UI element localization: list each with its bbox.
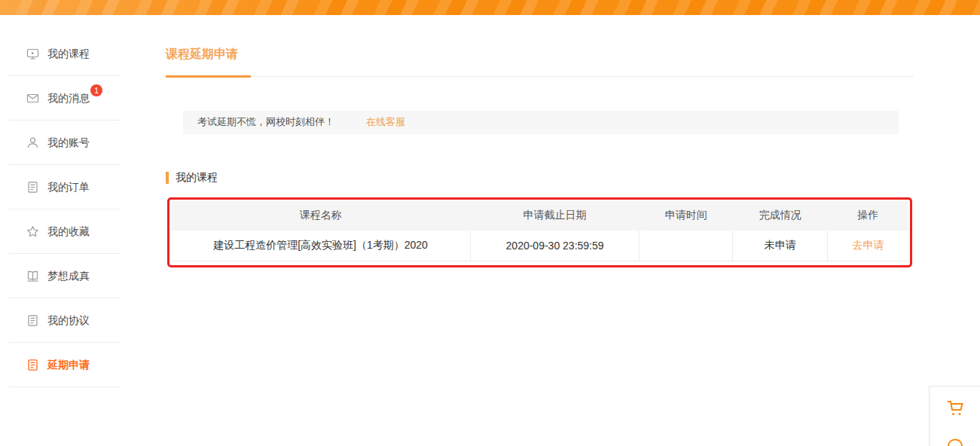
table-header-row: 课程名称 申请截止日期 申请时间 完成情况 操作 (171, 201, 908, 231)
sidebar-item-label: 梦想成真 (47, 270, 90, 281)
customer-service-button[interactable] (944, 435, 966, 446)
sidebar-item-dream-come-true[interactable]: 梦想成真 (9, 254, 121, 298)
agreement-document-icon (26, 314, 39, 327)
go-apply-link[interactable]: 去申请 (852, 239, 884, 251)
section-title: 我的课程 (176, 171, 218, 185)
table-row: 建设工程造价管理[高效实验班]（1考期）2020 2020-09-30 23:5… (171, 231, 908, 261)
page-title: 课程延期申请 (166, 47, 914, 61)
sidebar-item-my-account[interactable]: 我的账号 (9, 121, 121, 165)
sidebar-item-label: 我的账号 (47, 137, 90, 148)
notice-text: 考试延期不慌，网校时刻相伴！ (197, 115, 334, 129)
sidebar-item-my-favorites[interactable]: 我的收藏 (9, 209, 121, 254)
sidebar-item-label: 我的订单 (47, 182, 90, 192)
sidebar-item-my-orders[interactable]: 我的订单 (9, 165, 121, 209)
column-header-action: 操作 (827, 201, 908, 231)
sidebar-item-label: 我的课程 (47, 48, 90, 59)
column-header-deadline: 申请截止日期 (470, 201, 639, 231)
cell-status: 未申请 (733, 231, 827, 261)
dream-open-book-icon (26, 270, 39, 283)
column-header-apply-time: 申请时间 (640, 201, 733, 231)
shopping-cart-button[interactable] (944, 397, 966, 420)
sidebar-item-extension-application[interactable]: 延期申请 (9, 343, 121, 387)
sidebar-item-my-courses[interactable]: 我的课程 (9, 32, 121, 76)
cell-deadline: 2020-09-30 23:59:59 (470, 231, 639, 261)
sidebar-item-label: 我的收藏 (47, 226, 90, 237)
favorites-star-icon (26, 225, 39, 238)
unread-count-badge: 1 (90, 84, 102, 96)
cell-action: 去申请 (827, 231, 908, 261)
sidebar: 我的课程 我的消息 1 我的账号 (9, 32, 121, 387)
shopping-cart-icon (945, 398, 966, 419)
title-divider (166, 76, 914, 77)
cell-apply-time (640, 231, 733, 261)
course-monitor-icon (26, 47, 39, 60)
notice-bar: 考试延期不慌，网校时刻相伴！ 在线客服 (183, 111, 899, 134)
cell-course-name: 建设工程造价管理[高效实验班]（1考期）2020 (171, 231, 470, 261)
sidebar-item-my-messages[interactable]: 我的消息 1 (9, 76, 121, 121)
extension-document-icon (26, 359, 39, 371)
column-header-status: 完成情况 (733, 201, 827, 231)
column-header-course-name: 课程名称 (171, 201, 470, 231)
orders-document-icon (26, 181, 39, 194)
section-header: 我的课程 (166, 171, 914, 185)
course-table: 课程名称 申请截止日期 申请时间 完成情况 操作 建设工程造价管理[高效实验班]… (171, 201, 908, 262)
sidebar-item-label: 我的协议 (47, 315, 90, 325)
message-envelope-icon (26, 92, 39, 105)
main-content: 课程延期申请 考试延期不慌，网校时刻相伴！ 在线客服 我的课程 课程名称 申请截… (166, 0, 914, 267)
floating-action-panel (929, 386, 980, 446)
online-service-link[interactable]: 在线客服 (366, 115, 405, 129)
sidebar-item-label: 我的消息 1 (47, 93, 90, 103)
sidebar-item-label: 延期申请 (47, 359, 90, 370)
section-accent-bar (166, 172, 169, 184)
account-person-icon (26, 136, 39, 149)
sidebar-item-my-agreements[interactable]: 我的协议 (9, 298, 121, 343)
customer-service-icon (945, 436, 966, 446)
title-accent-underline (166, 75, 251, 78)
course-table-highlight-box: 课程名称 申请截止日期 申请时间 完成情况 操作 建设工程造价管理[高效实验班]… (167, 197, 912, 268)
